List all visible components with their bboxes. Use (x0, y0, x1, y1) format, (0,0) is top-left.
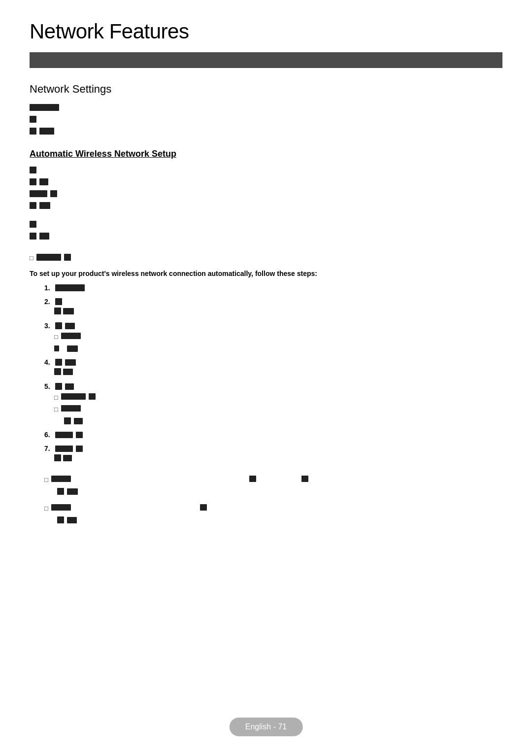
corrupt-text (55, 359, 62, 366)
corrupt-text (30, 221, 36, 228)
steps-list: 1. 2. 3. □ (44, 284, 502, 524)
corrupt-text (39, 202, 50, 209)
note-icon: □ (44, 505, 48, 512)
note-block-post7a: □ (44, 476, 502, 483)
note-icon: □ (54, 394, 58, 401)
corrupt-text (54, 368, 61, 375)
corrupt-text (55, 284, 85, 291)
note-block-step5a: □ (54, 393, 502, 401)
note-block-step5b: □ (54, 405, 502, 413)
corrupt-text (76, 446, 83, 452)
corrupt-text (61, 393, 86, 400)
note-icon: □ (54, 406, 58, 413)
corrupt-text (57, 516, 64, 523)
note-block-1: □ (30, 254, 502, 262)
step-number-3: 3. (44, 322, 50, 330)
corrupt-text (30, 202, 36, 209)
corrupt-text (30, 128, 36, 135)
corrupt-text (65, 383, 74, 390)
wireless-setup-section: Automatic Wireless Network Setup □ (30, 149, 502, 524)
corrupt-block-2 (30, 166, 502, 211)
corrupt-text (63, 369, 73, 375)
corrupt-text (30, 178, 36, 185)
note-icon: □ (44, 476, 48, 483)
static-space (74, 504, 197, 512)
corrupt-text (63, 308, 74, 314)
corrupt-text (67, 488, 78, 495)
corrupt-text (64, 417, 71, 424)
corrupt-text (64, 254, 71, 261)
note-icon: □ (54, 333, 58, 341)
corrupt-text (36, 254, 61, 261)
step-6: 6. (44, 431, 502, 439)
corrupt-text (63, 455, 72, 461)
corrupt-text (89, 393, 96, 400)
corrupt-text (55, 432, 73, 438)
corrupt-text (200, 504, 207, 511)
corrupt-text (50, 190, 57, 197)
network-settings-title: Network Settings (30, 83, 502, 96)
step-number-2: 2. (44, 298, 50, 306)
corrupt-text (51, 504, 71, 511)
step-5: 5. □ □ (44, 382, 502, 425)
corrupt-text (57, 488, 64, 495)
page-title: Network Features (30, 20, 502, 43)
corrupt-text (55, 383, 62, 390)
step-number-6: 6. (44, 431, 50, 439)
page-number-badge: English - 71 (230, 718, 303, 736)
corrupt-text (249, 476, 256, 482)
corrupt-text (30, 190, 47, 197)
note-block-post7b: □ (44, 504, 502, 512)
corrupt-text (39, 233, 49, 240)
step-number-1: 1. (44, 284, 50, 292)
network-settings-section: Network Settings (30, 83, 502, 137)
note-block-step3: □ (54, 333, 502, 341)
corrupt-text (30, 116, 36, 123)
corrupt-text (51, 476, 71, 482)
static-text (62, 345, 64, 352)
corrupt-text (39, 128, 54, 135)
corrupt-text (55, 298, 62, 305)
step-number-7: 7. (44, 445, 50, 452)
corrupt-text (54, 308, 61, 314)
corrupt-text (54, 454, 61, 461)
static-space (74, 476, 246, 483)
step-7: 7. (44, 445, 502, 463)
corrupt-text (30, 167, 36, 173)
corrupt-text (65, 359, 76, 366)
wireless-setup-title: Automatic Wireless Network Setup (30, 149, 502, 159)
note-icon: □ (30, 254, 33, 262)
static-space (259, 476, 299, 483)
corrupt-text (301, 476, 308, 482)
corrupt-text (65, 323, 75, 329)
step-number-5: 5. (44, 382, 50, 390)
dark-bar (30, 52, 502, 68)
corrupt-block-1 (30, 103, 502, 137)
step-1: 1. (44, 284, 502, 292)
corrupt-text (30, 104, 59, 111)
corrupt-text (55, 322, 62, 329)
step-number-4: 4. (44, 358, 50, 366)
corrupt-block-3 (30, 220, 502, 242)
corrupt-text (67, 345, 78, 352)
corrupt-text (39, 178, 48, 185)
corrupt-text (30, 233, 36, 240)
corrupt-text (67, 517, 77, 523)
step-3: 3. □ (44, 322, 502, 352)
step-4: 4. (44, 358, 502, 377)
corrupt-text (55, 446, 73, 452)
step-2: 2. (44, 298, 502, 316)
corrupt-text (54, 345, 59, 351)
corrupt-text (61, 405, 81, 412)
corrupt-text (61, 333, 81, 339)
corrupt-text (74, 418, 83, 424)
corrupt-text (76, 432, 83, 438)
wireless-intro: To set up your product's wireless networ… (30, 269, 502, 279)
